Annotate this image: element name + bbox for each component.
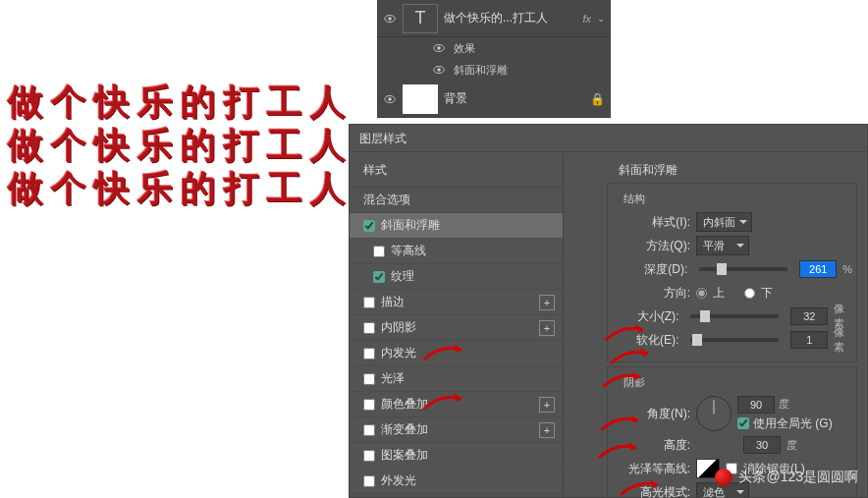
- row-angle: 角度(N): 度 使用全局光 (G): [614, 394, 852, 433]
- altitude-unit: 度: [787, 438, 797, 453]
- dir-down-radio[interactable]: [744, 288, 755, 299]
- dir-up-radio[interactable]: [696, 288, 707, 299]
- style-label: 样式(I):: [614, 214, 690, 231]
- technique-label: 方法(Q):: [614, 238, 690, 254]
- angle-dial[interactable]: [696, 396, 732, 431]
- style-stroke[interactable]: 描边+: [350, 290, 563, 315]
- checkbox[interactable]: [363, 475, 375, 487]
- altitude-input[interactable]: [743, 436, 781, 454]
- effects-label: 效果: [454, 41, 475, 56]
- checkbox[interactable]: [363, 373, 375, 385]
- effect-bevel-row[interactable]: 斜面和浮雕: [377, 59, 611, 81]
- label: 光泽: [381, 370, 405, 387]
- watermark: 头条@123是圆圆啊: [715, 469, 858, 486]
- style-dropdown[interactable]: 内斜面: [696, 212, 752, 232]
- style-inner-glow[interactable]: 内发光: [350, 341, 563, 366]
- structure-title: 结构: [620, 192, 649, 206]
- bg-thumb: [403, 84, 438, 114]
- style-satin[interactable]: 光泽: [350, 366, 563, 392]
- add-icon[interactable]: +: [539, 422, 555, 438]
- add-icon[interactable]: +: [539, 397, 555, 413]
- effects-row[interactable]: 效果: [377, 37, 611, 59]
- label: 描边: [381, 294, 405, 310]
- fx-badge[interactable]: fx: [582, 13, 591, 25]
- checkbox[interactable]: [363, 322, 375, 334]
- soften-label: 软化(E):: [614, 332, 678, 349]
- size-input[interactable]: [790, 307, 828, 325]
- down-label: 下: [761, 285, 773, 302]
- styles-list: 样式 混合选项 斜面和浮雕 等高线 纹理 描边+ 内阴影+ 内发光 光泽 颜色叠…: [350, 152, 564, 497]
- size-slider[interactable]: [690, 314, 779, 318]
- depth-input[interactable]: [799, 260, 837, 278]
- watermark-text: 头条@123是圆圆啊: [738, 469, 858, 486]
- row-style: 样式(I): 内斜面: [614, 210, 852, 234]
- checkbox[interactable]: [363, 297, 375, 308]
- visibility-eye-icon[interactable]: [383, 92, 397, 106]
- section-title: 斜面和浮雕: [619, 162, 863, 179]
- label: 渐变叠加: [381, 421, 428, 438]
- effect-bevel-label: 斜面和浮雕: [454, 63, 508, 78]
- svg-point-5: [437, 68, 441, 72]
- add-icon[interactable]: +: [539, 295, 555, 310]
- soften-slider[interactable]: [690, 338, 779, 342]
- watermark-logo-icon: [715, 469, 732, 486]
- bevel-settings: 斜面和浮雕 结构 样式(I): 内斜面 方法(Q): 平滑 深度(D): % 方…: [597, 152, 867, 497]
- style-color-overlay[interactable]: 颜色叠加+: [350, 392, 563, 417]
- checkbox[interactable]: [363, 399, 375, 411]
- layer-background[interactable]: 背景 🔒: [377, 81, 611, 118]
- soften-input[interactable]: [790, 331, 828, 349]
- canvas-text-row-2: 做个快乐的打工人: [8, 122, 353, 170]
- technique-dropdown[interactable]: 平滑: [696, 236, 749, 255]
- layer-name: 做个快乐的...打工人: [444, 10, 576, 27]
- highlight-mode-label: 高光模式:: [614, 484, 690, 499]
- label: 颜色叠加: [381, 396, 428, 413]
- angle-input[interactable]: [737, 396, 775, 414]
- add-icon[interactable]: +: [539, 320, 555, 336]
- angle-unit: 度: [779, 397, 789, 412]
- label: 内发光: [381, 345, 416, 361]
- size-label: 大小(Z):: [614, 308, 678, 325]
- dialog-title: 图层样式: [350, 125, 867, 152]
- checkbox[interactable]: [363, 450, 375, 462]
- checkbox[interactable]: [363, 220, 375, 232]
- style-contour[interactable]: 等高线: [350, 239, 563, 264]
- style-blend-options[interactable]: 混合选项: [350, 188, 563, 213]
- global-light-checkbox[interactable]: [737, 417, 749, 429]
- label: 斜面和浮雕: [381, 217, 440, 234]
- label: 内阴影: [381, 319, 416, 336]
- visibility-eye-icon[interactable]: [383, 12, 397, 26]
- style-pattern-overlay[interactable]: 图案叠加: [350, 443, 563, 469]
- style-gradient-overlay[interactable]: 渐变叠加+: [350, 417, 563, 443]
- gloss-contour-label: 光泽等高线:: [614, 461, 690, 477]
- styles-header: 样式: [350, 152, 563, 188]
- direction-label: 方向:: [614, 285, 690, 302]
- checkbox[interactable]: [373, 271, 385, 283]
- visibility-eye-icon[interactable]: [432, 63, 446, 77]
- style-texture[interactable]: 纹理: [350, 264, 563, 290]
- checkbox[interactable]: [373, 246, 385, 257]
- global-light-label: 使用全局光 (G): [753, 415, 833, 432]
- depth-label: 深度(D):: [614, 261, 687, 278]
- svg-point-1: [388, 17, 392, 21]
- shading-title: 阴影: [620, 375, 649, 390]
- layer-name: 背景: [444, 90, 584, 107]
- row-technique: 方法(Q): 平滑: [614, 234, 852, 257]
- layers-panel: T 做个快乐的...打工人 fx ⌄ 效果 斜面和浮雕 背景 🔒: [377, 0, 611, 118]
- angle-label: 角度(N):: [614, 406, 690, 422]
- style-outer-glow[interactable]: 外发光: [350, 469, 563, 494]
- style-inner-shadow[interactable]: 内阴影+: [350, 315, 563, 341]
- style-bevel[interactable]: 斜面和浮雕: [350, 213, 563, 239]
- layer-text[interactable]: T 做个快乐的...打工人 fx ⌄: [377, 0, 611, 37]
- label: 图案叠加: [381, 447, 428, 464]
- row-direction: 方向: 上 下: [614, 281, 852, 304]
- canvas-text-row-3: 做个快乐的打工人: [8, 165, 353, 213]
- checkbox[interactable]: [363, 424, 375, 436]
- chevron-down-icon[interactable]: ⌄: [597, 13, 605, 24]
- depth-slider[interactable]: [699, 267, 787, 271]
- label: 混合选项: [363, 192, 410, 208]
- canvas-text-row-1: 做个快乐的打工人: [8, 79, 353, 127]
- visibility-eye-icon[interactable]: [432, 41, 446, 55]
- checkbox[interactable]: [363, 348, 375, 360]
- row-soften: 软化(E): 像素: [614, 328, 852, 352]
- up-label: 上: [713, 285, 725, 302]
